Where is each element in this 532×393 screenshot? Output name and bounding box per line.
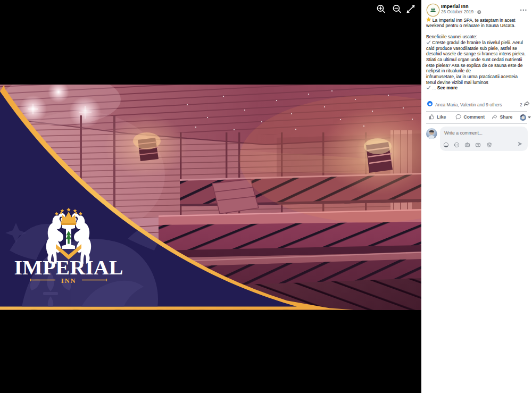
svg-text:INN: INN	[61, 277, 76, 285]
svg-text:IMPERIAL: IMPERIAL	[14, 257, 123, 279]
